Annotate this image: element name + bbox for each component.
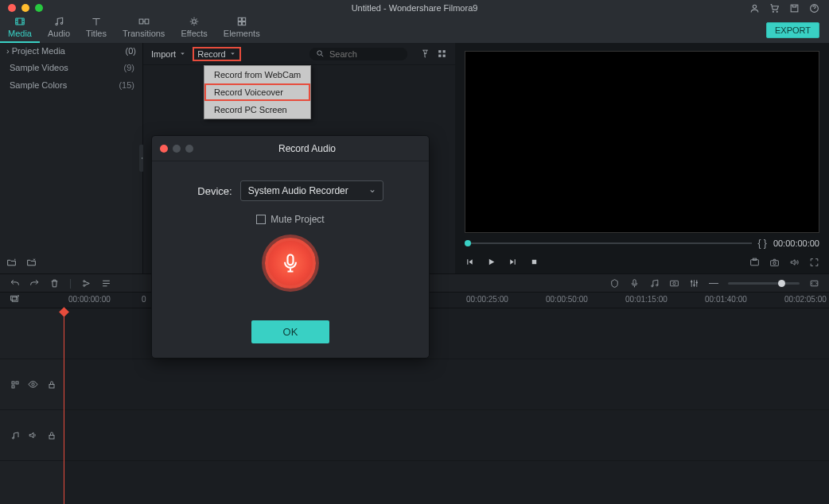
- export-button[interactable]: EXPORT: [766, 22, 819, 38]
- record-voiceover-item[interactable]: Record Voiceover: [204, 83, 310, 101]
- track-mute-icon[interactable]: [28, 430, 38, 440]
- record-webcam-item[interactable]: Record from WebCam: [204, 66, 310, 83]
- sidebar-header[interactable]: › Project Media: [6, 46, 65, 56]
- marker-icon[interactable]: [609, 278, 620, 289]
- modal-maximize-button[interactable]: [185, 145, 193, 153]
- svg-rect-12: [242, 17, 245, 21]
- music-icon[interactable]: [649, 278, 660, 289]
- svg-rect-42: [49, 384, 54, 388]
- audio-icon: [53, 16, 64, 27]
- svg-rect-44: [49, 435, 54, 439]
- step-forward-icon[interactable]: [508, 257, 518, 267]
- checkbox-icon: [256, 215, 266, 224]
- maximize-window-button[interactable]: [35, 4, 43, 12]
- window-controls: [0, 4, 43, 12]
- tab-effects[interactable]: Effects: [173, 11, 215, 43]
- device-label: Device:: [197, 185, 232, 197]
- voiceover-icon[interactable]: [629, 278, 640, 289]
- new-folder-icon[interactable]: [6, 257, 17, 267]
- svg-point-6: [56, 23, 57, 25]
- search-box[interactable]: [309, 48, 407, 60]
- mixer-icon[interactable]: [689, 278, 699, 289]
- sidebar-item-count: (9): [124, 63, 134, 72]
- tab-label: Audio: [48, 29, 70, 38]
- transitions-icon: [138, 16, 150, 27]
- save-icon[interactable]: [789, 3, 800, 14]
- elements-icon: [236, 16, 247, 27]
- modal-minimize-button[interactable]: [173, 145, 181, 153]
- step-back-icon[interactable]: [465, 257, 475, 267]
- track-lock3-icon[interactable]: [46, 430, 56, 440]
- track-lock-icon[interactable]: [10, 379, 20, 390]
- svg-point-25: [84, 280, 85, 281]
- svg-rect-30: [671, 281, 679, 286]
- edit-icon[interactable]: [101, 278, 111, 289]
- record-dropdown-button[interactable]: Record: [193, 47, 240, 61]
- record-audio-modal: Record Audio Device: System Audio Record…: [151, 135, 430, 359]
- cart-icon[interactable]: [769, 3, 780, 14]
- svg-rect-21: [751, 259, 759, 265]
- svg-rect-5: [16, 18, 25, 25]
- video-track-2[interactable]: [64, 359, 829, 410]
- fullscreen-icon[interactable]: [809, 257, 819, 267]
- track-visibility-icon[interactable]: [28, 379, 38, 390]
- sidebar-item-label: Sample Colors: [10, 80, 67, 90]
- close-window-button[interactable]: [8, 4, 16, 12]
- tab-media[interactable]: Media: [0, 11, 40, 43]
- stop-icon[interactable]: [529, 257, 539, 267]
- svg-rect-17: [443, 50, 446, 52]
- volume-icon[interactable]: [789, 257, 800, 267]
- import-dropdown[interactable]: Import: [151, 49, 186, 59]
- delete-icon[interactable]: [49, 278, 60, 289]
- device-select[interactable]: System Audio Recorder: [240, 180, 383, 201]
- mute-project-checkbox[interactable]: Mute Project: [256, 214, 324, 225]
- audio-track[interactable]: [64, 410, 829, 461]
- help-icon[interactable]: [809, 3, 819, 14]
- svg-point-31: [673, 281, 675, 284]
- camera-icon[interactable]: [769, 257, 780, 267]
- svg-rect-18: [438, 55, 441, 57]
- video-track-1-head[interactable]: [0, 308, 64, 359]
- tab-audio[interactable]: Audio: [40, 11, 78, 43]
- sidebar-item-sample-colors[interactable]: Sample Colors (15): [0, 76, 142, 94]
- tab-titles[interactable]: Titles: [78, 11, 115, 43]
- audio-track-icon: [10, 430, 20, 440]
- modal-close-button[interactable]: [160, 145, 168, 153]
- grid-view-icon[interactable]: [437, 48, 447, 59]
- record-pc-screen-item[interactable]: Record PC Screen: [204, 101, 310, 118]
- main-tabs: Media Audio Titles Transitions Effects E…: [0, 16, 829, 43]
- delete-folder-icon[interactable]: [26, 257, 37, 267]
- video-track-2-head[interactable]: [0, 359, 64, 410]
- play-icon[interactable]: [486, 257, 496, 267]
- track-lock2-icon[interactable]: [46, 379, 56, 390]
- sidebar-item-count: (15): [119, 80, 134, 90]
- screenshot-icon[interactable]: [749, 257, 760, 267]
- timeline-playhead[interactable]: [64, 308, 64, 504]
- minimize-window-button[interactable]: [21, 4, 29, 12]
- svg-rect-16: [438, 50, 441, 52]
- zoom-slider[interactable]: [728, 282, 800, 285]
- add-track-icon[interactable]: [10, 293, 20, 304]
- account-icon[interactable]: [749, 3, 760, 14]
- svg-rect-39: [16, 382, 18, 384]
- tab-transitions[interactable]: Transitions: [115, 11, 173, 43]
- svg-point-43: [12, 437, 14, 439]
- tab-elements[interactable]: Elements: [216, 11, 268, 43]
- zoom-fit-icon[interactable]: [809, 278, 819, 289]
- svg-point-24: [773, 262, 776, 264]
- render-icon[interactable]: [669, 278, 679, 289]
- sidebar-item-sample-videos[interactable]: Sample Videos (9): [0, 59, 142, 76]
- svg-point-34: [696, 281, 698, 283]
- svg-rect-20: [532, 260, 536, 264]
- filter-icon[interactable]: [420, 48, 430, 59]
- titlebar: Untitled - Wondershare Filmora9: [0, 0, 829, 16]
- redo-icon[interactable]: [29, 278, 40, 289]
- audio-track-head[interactable]: [0, 410, 64, 461]
- split-icon[interactable]: [81, 278, 91, 289]
- record-button[interactable]: [265, 238, 316, 289]
- preview-scrubber[interactable]: [465, 242, 752, 244]
- preview-video[interactable]: [465, 51, 819, 233]
- search-input[interactable]: [329, 49, 401, 59]
- ok-button[interactable]: OK: [251, 320, 330, 343]
- undo-icon[interactable]: [10, 278, 20, 289]
